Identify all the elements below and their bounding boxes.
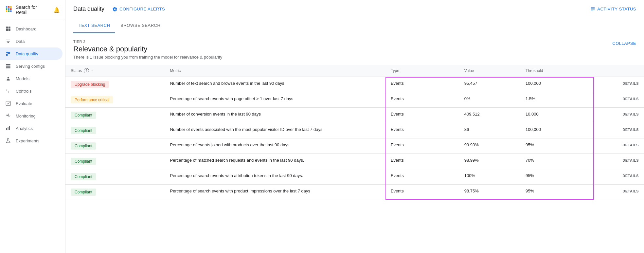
type-cell: Events bbox=[385, 92, 459, 108]
details-link[interactable]: DETAILS bbox=[622, 128, 639, 132]
value-cell: 100% bbox=[459, 169, 520, 185]
controls-icon bbox=[5, 88, 11, 94]
threshold-cell: 100,000 bbox=[520, 77, 594, 92]
tab-text-search[interactable]: TEXT SEARCH bbox=[73, 18, 115, 33]
collapse-button[interactable]: COLLAPSE bbox=[612, 40, 636, 46]
metric-cell: Number of events associated with the mos… bbox=[165, 123, 385, 138]
svg-rect-0 bbox=[6, 6, 8, 8]
type-cell: Events bbox=[385, 77, 459, 92]
col-header-type: Type bbox=[385, 65, 459, 77]
metric-cell: Percentage of search events with page of… bbox=[165, 92, 385, 108]
experiments-icon bbox=[5, 138, 11, 144]
sidebar-label-serving-configs: Serving configs bbox=[16, 64, 45, 69]
app-logo: Search for Retail bbox=[5, 5, 47, 15]
monitoring-icon bbox=[5, 113, 11, 119]
activity-status-button[interactable]: ACTIVITY STATUS bbox=[590, 7, 636, 12]
sidebar-item-data-quality[interactable]: Data quality bbox=[0, 47, 63, 60]
sidebar-header: Search for Retail 🔔 bbox=[0, 0, 65, 20]
details-link[interactable]: DETAILS bbox=[622, 81, 639, 85]
svg-rect-25 bbox=[591, 9, 595, 10]
notification-bell-icon[interactable]: 🔔 bbox=[53, 7, 60, 13]
sidebar-item-models[interactable]: Models bbox=[0, 72, 63, 85]
sidebar-item-monitoring[interactable]: Monitoring bbox=[0, 110, 63, 122]
metric-cell: Percentage of search events with product… bbox=[165, 185, 385, 200]
table-row: CompliantPercentage of matched search re… bbox=[65, 154, 644, 169]
main-area: Data quality CONFIGURE ALERTS ACTIVITY S… bbox=[65, 0, 644, 253]
topbar-left: Data quality CONFIGURE ALERTS bbox=[73, 6, 165, 12]
topbar: Data quality CONFIGURE ALERTS ACTIVITY S… bbox=[65, 0, 644, 18]
configure-alerts-button[interactable]: CONFIGURE ALERTS bbox=[112, 7, 165, 12]
activity-status-icon bbox=[590, 7, 595, 12]
sort-icon[interactable]: ↑ bbox=[91, 68, 93, 73]
details-link[interactable]: DETAILS bbox=[622, 97, 639, 101]
type-cell: Events bbox=[385, 108, 459, 123]
table-row: CompliantPercentage of search events wit… bbox=[65, 185, 644, 200]
value-cell: 409,512 bbox=[459, 108, 520, 123]
threshold-cell: 70% bbox=[520, 154, 594, 169]
section-title: Relevance & popularity bbox=[73, 45, 222, 53]
details-link[interactable]: DETAILS bbox=[622, 174, 639, 178]
status-badge: Compliant bbox=[71, 112, 96, 119]
type-cell: Events bbox=[385, 138, 459, 154]
metric-cell: Percentage of events joined with product… bbox=[165, 138, 385, 154]
sidebar-item-serving-configs[interactable]: Serving configs bbox=[0, 60, 63, 72]
sidebar-item-dashboard[interactable]: Dashboard bbox=[0, 23, 63, 35]
threshold-cell: 100,000 bbox=[520, 123, 594, 138]
tier-label: TIER 2 bbox=[73, 40, 222, 44]
svg-rect-12 bbox=[9, 29, 10, 31]
logo-icon bbox=[5, 5, 14, 14]
data-quality-section: TIER 2 Relevance & popularity There is 1… bbox=[65, 33, 644, 200]
value-cell: 0% bbox=[459, 92, 520, 108]
threshold-cell: 95% bbox=[520, 185, 594, 200]
status-badge: Compliant bbox=[71, 127, 96, 134]
tabs-bar: TEXT SEARCH BROWSE SEARCH bbox=[65, 18, 644, 33]
table-body: Upgrade blockingNumber of text search an… bbox=[65, 77, 644, 200]
sidebar-item-controls[interactable]: Controls bbox=[0, 85, 63, 97]
status-badge: Upgrade blocking bbox=[71, 81, 109, 88]
status-badge: Compliant bbox=[71, 189, 96, 196]
tab-browse-search[interactable]: BROWSE SEARCH bbox=[115, 18, 166, 33]
data-icon bbox=[5, 38, 11, 44]
sidebar-label-data-quality: Data quality bbox=[16, 51, 38, 56]
svg-rect-5 bbox=[10, 8, 12, 10]
svg-rect-20 bbox=[6, 128, 7, 130]
svg-rect-10 bbox=[9, 27, 10, 28]
value-cell: 98.99% bbox=[459, 154, 520, 169]
svg-rect-23 bbox=[591, 7, 595, 8]
models-icon bbox=[5, 76, 11, 81]
sidebar-item-analytics[interactable]: Analytics bbox=[0, 122, 63, 135]
sidebar-item-evaluate[interactable]: Evaluate bbox=[0, 97, 63, 110]
details-link[interactable]: DETAILS bbox=[622, 158, 639, 162]
page-title: Data quality bbox=[73, 6, 104, 12]
sidebar-label-analytics: Analytics bbox=[16, 126, 33, 131]
svg-rect-7 bbox=[8, 10, 9, 12]
details-link[interactable]: DETAILS bbox=[622, 189, 639, 193]
activity-status-label: ACTIVITY STATUS bbox=[597, 7, 636, 11]
svg-point-16 bbox=[8, 77, 9, 79]
svg-rect-2 bbox=[10, 6, 12, 8]
dashboard-icon bbox=[5, 26, 11, 32]
sidebar-item-data[interactable]: Data bbox=[0, 35, 63, 47]
data-quality-icon bbox=[5, 51, 11, 57]
sidebar-label-models: Models bbox=[16, 76, 29, 81]
svg-rect-13 bbox=[6, 64, 10, 65]
details-link[interactable]: DETAILS bbox=[622, 112, 639, 116]
table-row: CompliantPercentage of search events wit… bbox=[65, 169, 644, 185]
metric-cell: Number of conversion events in the last … bbox=[165, 108, 385, 123]
value-cell: 86 bbox=[459, 123, 520, 138]
sidebar-item-experiments[interactable]: Experiments bbox=[0, 135, 63, 147]
analytics-icon bbox=[5, 125, 11, 131]
status-badge: Compliant bbox=[71, 158, 96, 165]
svg-rect-1 bbox=[8, 6, 9, 8]
metrics-table-wrapper: Status ? ↑ Metric Type Value Threshold bbox=[65, 65, 644, 200]
col-header-details bbox=[594, 65, 644, 77]
status-help-icon[interactable]: ? bbox=[84, 68, 89, 73]
col-header-status: Status ? ↑ bbox=[65, 65, 165, 77]
sidebar-label-dashboard: Dashboard bbox=[16, 27, 37, 31]
type-cell: Events bbox=[385, 169, 459, 185]
details-link[interactable]: DETAILS bbox=[622, 143, 639, 147]
section-subtitle: There is 1 issue blocking you from train… bbox=[73, 55, 222, 60]
type-cell: Events bbox=[385, 185, 459, 200]
sidebar-label-experiments: Experiments bbox=[16, 138, 39, 143]
svg-rect-8 bbox=[10, 10, 12, 12]
